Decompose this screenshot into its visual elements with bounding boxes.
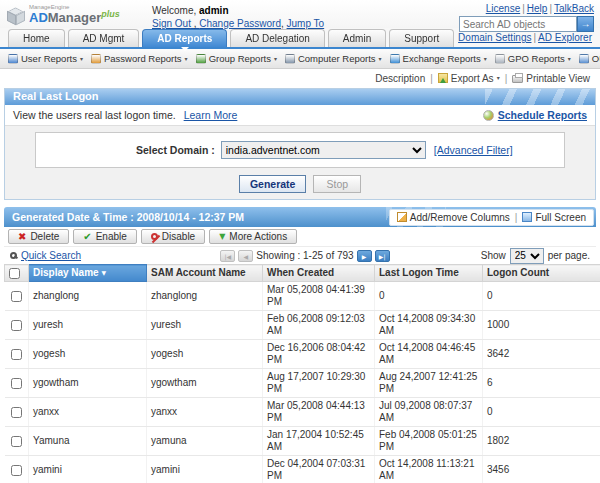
menu-gpo-reports[interactable]: GPO Reports▾	[491, 51, 575, 66]
select-all-checkbox[interactable]	[9, 268, 20, 279]
talkback-link[interactable]: TalkBack	[554, 3, 594, 14]
last-page-button[interactable]: ▶|	[375, 250, 390, 262]
prev-page-button[interactable]: ◀	[238, 250, 253, 262]
printable-view-button[interactable]: Printable View	[512, 73, 590, 84]
menu-group-reports[interactable]: Group Reports▾	[192, 51, 281, 66]
ad-explorer-link[interactable]: AD Explorer	[538, 32, 592, 43]
cell-when-created: Feb 06,2008 09:12:03 AM	[263, 310, 375, 339]
admanager-logo: ManageEngine ADManagerplus	[6, 2, 136, 25]
add-remove-columns-button[interactable]: Add/Remove Columns	[397, 212, 510, 223]
printer-icon	[512, 75, 523, 83]
search-go-button[interactable]: →	[577, 16, 594, 32]
tab-label: AD Mgmt	[83, 33, 125, 44]
table-header-row: Display Name▼SAM Account NameWhen Create…	[5, 265, 600, 282]
logo-cube-icon	[6, 5, 26, 25]
brand-manager: Manager	[48, 10, 101, 25]
column-header-sam-account-name[interactable]: SAM Account Name	[147, 265, 263, 282]
row-checkbox[interactable]	[11, 349, 22, 360]
cell-when-created: Mar 05,2008 04:41:39 PM	[263, 281, 375, 310]
schedule-reports-icon	[483, 110, 494, 121]
tab-ad-delegation[interactable]: AD Delegation	[230, 29, 324, 47]
row-checkbox[interactable]	[11, 407, 22, 418]
enable-button[interactable]: ✔Enable	[73, 229, 137, 244]
jump-to-link[interactable]: Jump To	[287, 18, 325, 29]
tab-admin[interactable]: Admin	[328, 29, 386, 47]
row-checkbox-cell	[5, 455, 29, 483]
next-page-button[interactable]: ▶	[357, 250, 372, 262]
cell-sam-account-name: yuresh	[147, 310, 263, 339]
change-password-link[interactable]: Change Password	[199, 18, 281, 29]
help-link[interactable]: Help	[527, 3, 548, 14]
tab-label: Admin	[343, 33, 371, 44]
domain-settings-link[interactable]: Domain Settings	[458, 32, 531, 43]
cell-last-logon-time: Jul 09,2008 08:07:37 AM	[375, 397, 483, 426]
cell-display-name: yogesh	[29, 339, 147, 368]
menu-label: User Reports	[21, 53, 77, 64]
column-header-display-name[interactable]: Display Name▼	[29, 265, 147, 282]
more-actions-button[interactable]: ▼More Actions	[209, 229, 297, 244]
disable-button[interactable]: Disable	[141, 229, 205, 244]
cell-logon-count: 0	[483, 397, 600, 426]
select-all-header	[5, 265, 29, 282]
domain-select[interactable]: india.adventnet.com	[221, 141, 426, 159]
menu-ou-reports[interactable]: OU Reports▾	[575, 51, 600, 66]
cell-last-logon-time: Feb 04,2008 05:01:25 PM	[375, 426, 483, 455]
column-header-last-logon-time[interactable]: Last Logon Time	[375, 265, 483, 282]
description-button[interactable]: Description	[375, 73, 425, 84]
separator: |	[522, 3, 525, 14]
sign-out-link[interactable]: Sign Out	[152, 18, 199, 29]
schedule-reports-link[interactable]: Schedule Reports	[498, 109, 587, 121]
menu-user-reports[interactable]: User Reports▾	[4, 51, 87, 66]
cell-logon-count: 3642	[483, 339, 600, 368]
cell-last-logon-time: 0	[375, 281, 483, 310]
delete-button[interactable]: ✖Delete	[8, 229, 69, 244]
full-screen-button[interactable]: Full Screen	[522, 212, 586, 223]
row-checkbox[interactable]	[11, 465, 22, 476]
stop-button[interactable]: Stop	[313, 175, 361, 193]
results-table: Display Name▼SAM Account NameWhen Create…	[4, 264, 600, 483]
menu-label: Computer Reports	[298, 53, 376, 64]
exchange-reports-icon	[390, 54, 400, 64]
add-remove-columns-label: Add/Remove Columns	[410, 212, 510, 223]
tab-home[interactable]: Home	[8, 29, 65, 47]
page-size-select[interactable]: 25	[510, 248, 544, 264]
brand-text: ManageEngine ADManagerplus	[29, 4, 120, 24]
tab-ad-reports[interactable]: AD Reports	[142, 29, 227, 47]
column-header-logon-count[interactable]: Logon Count	[483, 265, 600, 282]
quick-search-row: Quick Search |◀ ◀ Showing : 1-25 of 793 …	[4, 247, 596, 264]
learn-more-link[interactable]: Learn More	[184, 109, 238, 121]
tab-support[interactable]: Support	[389, 29, 454, 47]
separator: |	[505, 73, 508, 84]
first-page-button[interactable]: |◀	[220, 250, 235, 262]
quick-search-link[interactable]: Quick Search	[21, 250, 81, 261]
cell-when-created: Aug 17,2007 10:29:30 PM	[263, 368, 375, 397]
generate-button[interactable]: Generate	[239, 175, 307, 193]
table-row: zhanglongzhanglongMar 05,2008 04:41:39 P…	[5, 281, 600, 310]
tab-ad-mgmt[interactable]: AD Mgmt	[68, 29, 140, 47]
menu-label: Exchange Reports	[403, 53, 481, 64]
advanced-filter-link[interactable]: [Advanced Filter]	[434, 144, 513, 156]
license-link[interactable]: License	[486, 3, 520, 14]
tab-list: HomeAD MgmtAD ReportsAD DelegationAdminS…	[8, 29, 457, 47]
full-screen-icon	[522, 212, 532, 222]
top-right: License|Help|TalkBack →	[459, 2, 594, 32]
chevron-down-icon: ▾	[484, 56, 487, 62]
row-checkbox-cell	[5, 368, 29, 397]
separator: |	[430, 73, 433, 84]
separator: |	[533, 32, 536, 43]
cell-logon-count: 1000	[483, 310, 600, 339]
row-checkbox[interactable]	[11, 320, 22, 331]
results-panel: Generated Date & Time : 2008/10/14 - 12:…	[4, 207, 596, 483]
row-checkbox[interactable]	[11, 436, 22, 447]
row-checkbox[interactable]	[11, 291, 22, 302]
chevron-down-icon: ▾	[80, 56, 83, 62]
tab-label: AD Delegation	[245, 33, 309, 44]
export-as-button[interactable]: Export As▾	[438, 73, 500, 84]
menu-password-reports[interactable]: Password Reports▾	[87, 51, 192, 66]
menu-exchange-reports[interactable]: Exchange Reports▾	[386, 51, 491, 66]
column-header-when-created[interactable]: When Created	[263, 265, 375, 282]
tab-label: AD Reports	[157, 33, 212, 44]
menu-computer-reports[interactable]: Computer Reports▾	[281, 51, 386, 66]
row-checkbox[interactable]	[11, 378, 22, 389]
search-ad-objects-input[interactable]	[459, 16, 577, 32]
